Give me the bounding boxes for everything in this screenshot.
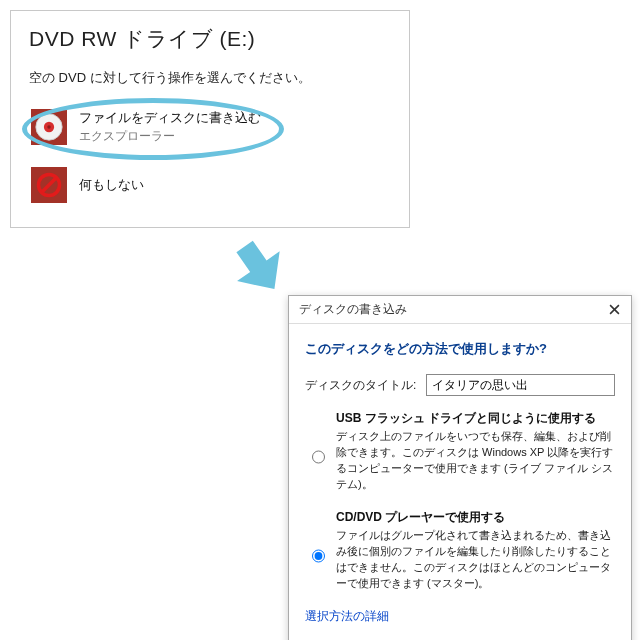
autoplay-title: DVD RW ドライブ (E:)	[29, 25, 391, 53]
option-usb-like-radio[interactable]	[312, 411, 325, 503]
dialog-title: ディスクの書き込み	[299, 301, 407, 318]
disc-title-input[interactable]	[426, 374, 615, 396]
option-usb-like[interactable]: USB フラッシュ ドライブと同じように使用する ディスク上のファイルをいつでも…	[307, 410, 615, 503]
option-desc: ディスク上のファイルをいつでも保存、編集、および削除できます。このディスクは W…	[336, 429, 615, 493]
autoplay-option-label: ファイルをディスクに書き込む	[79, 109, 261, 127]
dialog-titlebar: ディスクの書き込み	[289, 296, 631, 324]
option-cddvd-player[interactable]: CD/DVD プレーヤーで使用する ファイルはグループ化されて書き込まれるため、…	[307, 509, 615, 602]
svg-marker-5	[230, 235, 296, 304]
autoplay-prompt: 空の DVD に対して行う操作を選んでください。	[29, 69, 391, 87]
option-desc: ファイルはグループ化されて書き込まれるため、書き込み後に個別のファイルを編集した…	[336, 528, 615, 592]
autoplay-option-label: 何もしない	[79, 176, 144, 194]
autoplay-option-nothing[interactable]: 何もしない	[29, 161, 391, 209]
dialog-heading: このディスクをどの方法で使用しますか?	[305, 340, 615, 358]
details-link[interactable]: 選択方法の詳細	[305, 608, 615, 625]
svg-point-2	[47, 125, 50, 128]
disc-title-label: ディスクのタイトル:	[305, 377, 416, 394]
autoplay-popup: DVD RW ドライブ (E:) 空の DVD に対して行う操作を選んでください…	[10, 10, 410, 228]
no-entry-icon	[31, 167, 67, 203]
burn-dialog: ディスクの書き込み このディスクをどの方法で使用しますか? ディスクのタイトル:…	[288, 295, 632, 640]
option-cddvd-player-radio[interactable]	[312, 510, 325, 602]
option-title: USB フラッシュ ドライブと同じように使用する	[336, 410, 615, 427]
autoplay-option-sublabel: エクスプローラー	[79, 128, 261, 145]
disc-icon	[31, 109, 67, 145]
svg-line-4	[42, 178, 56, 192]
option-title: CD/DVD プレーヤーで使用する	[336, 509, 615, 526]
close-icon[interactable]	[606, 302, 622, 318]
autoplay-option-burn[interactable]: ファイルをディスクに書き込む エクスプローラー	[29, 103, 391, 151]
